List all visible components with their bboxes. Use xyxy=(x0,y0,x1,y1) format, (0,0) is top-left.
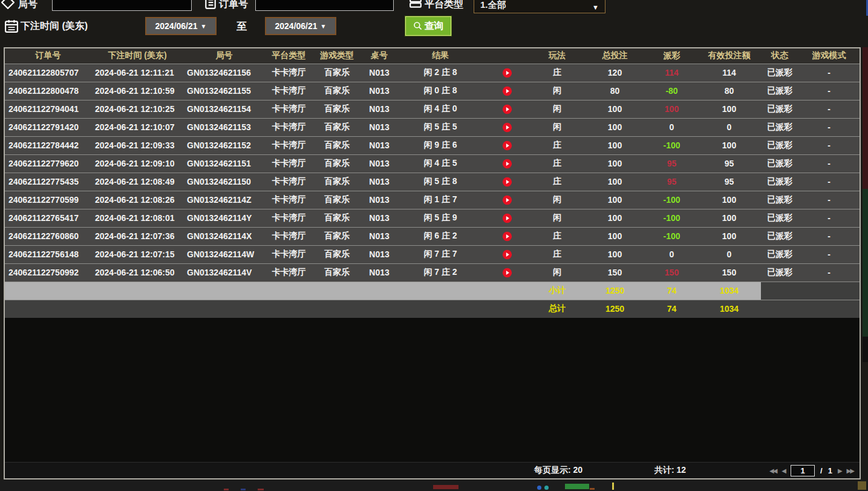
play-replay-icon[interactable] xyxy=(502,159,512,169)
cell-replay xyxy=(483,100,530,118)
cell-replay xyxy=(483,263,530,282)
cell-payout: 95 xyxy=(646,173,697,191)
date-from-value: 2024/06/21 xyxy=(155,21,198,31)
cell-total-bet: 100 xyxy=(584,118,646,136)
cell-status: 已派彩 xyxy=(761,227,798,245)
cell-payout: 95 xyxy=(646,154,697,173)
cell-valid-bet: 150 xyxy=(697,263,761,282)
play-replay-icon[interactable] xyxy=(502,140,512,151)
play-replay-icon[interactable] xyxy=(502,68,512,78)
prev-page-icon[interactable]: ◀ xyxy=(782,467,785,474)
play-replay-icon[interactable] xyxy=(502,177,512,187)
play-replay-icon[interactable] xyxy=(502,195,512,205)
cell-status: 已派彩 xyxy=(761,263,798,282)
cell-game-type: 百家乐 xyxy=(313,263,361,282)
cell-platform: 卡卡湾厅 xyxy=(265,64,313,82)
table-row[interactable]: 240621122779620 2024-06-21 12:09:10 GN01… xyxy=(5,154,860,173)
date-to-picker[interactable]: 2024/06/21 ▼ xyxy=(265,17,336,35)
first-page-icon[interactable]: ◀◀ xyxy=(769,467,776,474)
cell-platform: 卡卡湾厅 xyxy=(265,136,313,154)
play-replay-icon[interactable] xyxy=(502,86,512,96)
cell-replay xyxy=(483,136,530,154)
cell-table-no: N013 xyxy=(361,64,397,82)
platform-type-select[interactable]: 1.全部 ▼ xyxy=(474,0,605,13)
cell-status: 已派彩 xyxy=(761,100,798,118)
table-totals: 小计 1250 74 1034 总计 1250 74 1034 xyxy=(5,282,860,318)
cell-total-bet: 100 xyxy=(584,154,646,173)
cell-table-no: N013 xyxy=(361,209,397,227)
cell-game-type: 百家乐 xyxy=(313,173,361,191)
cell-status: 已派彩 xyxy=(761,82,798,100)
col-total-bet: 总投注 xyxy=(584,48,646,64)
page-separator: / xyxy=(820,466,823,475)
cell-table-no: N013 xyxy=(361,227,397,245)
cell-total-bet: 150 xyxy=(584,263,646,282)
cell-status: 已派彩 xyxy=(761,118,798,136)
table-row[interactable]: 240621122805707 2024-06-21 12:11:21 GN01… xyxy=(5,64,860,82)
round-id-input[interactable] xyxy=(52,0,192,11)
table-row[interactable]: 240621122756148 2024-06-21 12:07:15 GN01… xyxy=(5,245,860,263)
current-page-input[interactable]: 1 xyxy=(791,465,815,476)
date-from-picker[interactable]: 2024/06/21 ▼ xyxy=(145,17,217,35)
play-replay-icon[interactable] xyxy=(502,122,512,133)
table-empty-area xyxy=(5,318,860,462)
cell-order-id: 240621122800478 xyxy=(5,82,91,100)
total-count-label: 共计: 12 xyxy=(616,463,725,478)
cell-result: 闲 4 庄 0 xyxy=(397,100,483,118)
cell-round-id: GN0132462114V xyxy=(183,263,265,282)
cell-game-type: 百家乐 xyxy=(313,136,361,154)
table-body: 240621122805707 2024-06-21 12:11:21 GN01… xyxy=(5,64,860,282)
cell-bet-time: 2024-06-21 12:09:33 xyxy=(91,136,183,154)
cell-game-mode: - xyxy=(798,118,860,136)
play-replay-icon[interactable] xyxy=(502,213,512,223)
play-replay-icon[interactable] xyxy=(502,249,512,260)
subtotal-payout: 74 xyxy=(646,282,697,300)
search-button[interactable]: 查询 xyxy=(405,16,451,36)
cell-round-id: GN01324621156 xyxy=(183,64,265,82)
table-row[interactable]: 240621122800478 2024-06-21 12:10:59 GN01… xyxy=(5,82,860,100)
table-row[interactable]: 240621122770599 2024-06-21 12:08:26 GN01… xyxy=(5,191,860,209)
cell-game-mode: - xyxy=(798,209,860,227)
results-panel: 订单号 下注时间 (美东) 局号 平台类型 游戏类型 桌号 结果 玩法 总投注 … xyxy=(4,47,861,479)
table-row[interactable]: 240621122765417 2024-06-21 12:08:01 GN01… xyxy=(5,209,860,227)
platform-type-value: 1.全部 xyxy=(480,0,506,11)
col-play-type: 玩法 xyxy=(530,48,584,64)
cell-game-mode: - xyxy=(798,64,860,82)
cell-table-no: N013 xyxy=(361,136,397,154)
cell-total-bet: 100 xyxy=(584,209,646,227)
cell-bet-time: 2024-06-21 12:08:01 xyxy=(91,209,183,227)
cell-bet-time: 2024-06-21 12:06:50 xyxy=(91,263,183,282)
cell-payout: 0 xyxy=(646,245,697,263)
cell-bet-time: 2024-06-21 12:10:25 xyxy=(91,100,183,118)
table-row[interactable]: 240621122750992 2024-06-21 12:06:50 GN01… xyxy=(5,263,860,282)
table-row[interactable]: 240621122784442 2024-06-21 12:09:33 GN01… xyxy=(5,136,860,154)
cell-platform: 卡卡湾厅 xyxy=(265,209,313,227)
subtotal-valid-bet: 1034 xyxy=(697,282,761,300)
table-row[interactable]: 240621122775435 2024-06-21 12:08:49 GN01… xyxy=(5,173,860,191)
cell-play-type: 闲 xyxy=(530,118,584,136)
cell-order-id: 240621122779620 xyxy=(5,154,91,173)
cell-status: 已派彩 xyxy=(761,64,798,82)
order-id-input[interactable] xyxy=(255,0,394,11)
cell-valid-bet: 0 xyxy=(697,245,761,263)
table-row[interactable]: 240621122760860 2024-06-21 12:07:36 GN01… xyxy=(5,227,860,245)
cell-game-mode: - xyxy=(798,82,860,100)
background-window-sliver xyxy=(0,480,868,491)
play-replay-icon[interactable] xyxy=(502,104,512,114)
cell-result: 闲 0 庄 8 xyxy=(397,82,483,100)
play-replay-icon[interactable] xyxy=(502,231,512,242)
cell-order-id: 240621122805707 xyxy=(5,64,91,82)
platform-type-label: 平台类型 xyxy=(425,0,463,11)
last-page-icon[interactable]: ▶▶ xyxy=(847,467,853,474)
cell-status: 已派彩 xyxy=(761,154,798,173)
total-label: 总计 xyxy=(530,300,584,318)
play-replay-icon[interactable] xyxy=(502,268,512,278)
cell-platform: 卡卡湾厅 xyxy=(265,173,313,191)
table-row[interactable]: 240621122791420 2024-06-21 12:10:07 GN01… xyxy=(5,118,860,136)
cell-round-id: GN0132462114W xyxy=(183,245,265,263)
col-order-id: 订单号 xyxy=(5,48,91,64)
cell-order-id: 240621122794041 xyxy=(5,100,91,118)
next-page-icon[interactable]: ▶ xyxy=(838,467,841,474)
cell-play-type: 庄 xyxy=(530,245,584,263)
table-row[interactable]: 240621122794041 2024-06-21 12:10:25 GN01… xyxy=(5,100,860,118)
